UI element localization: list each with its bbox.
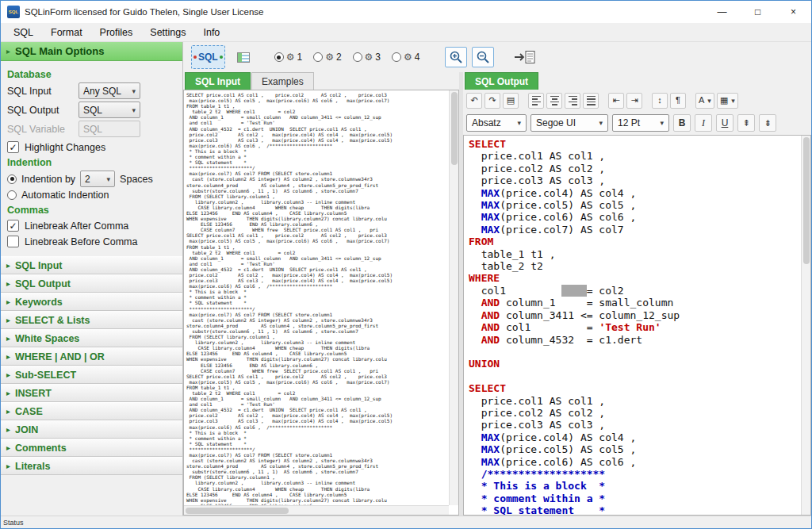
sql-input-select[interactable]: Any SQL ▾ [79,82,140,99]
line-spacing-button[interactable]: ↕ [652,93,668,109]
sidebar-section-sql-input[interactable]: ▸SQL Input [1,256,182,274]
maximize-button[interactable]: □ [740,1,776,23]
input-horizontal-scrollbar[interactable] [184,505,449,515]
sql-variable-row: SQL Variable SQL [7,121,176,137]
font-size-select[interactable]: 12 Pt ▾ [612,114,669,132]
font-extra-buttons: ⇞⇟ [737,114,776,132]
linebreak-after-comma-checkbox[interactable]: ✓ Linebreak After Comma [7,220,176,232]
insert-table-combo[interactable]: ▦▾ [717,93,738,109]
profile-radio-4[interactable]: ⚙4 [392,52,419,63]
align-right-icon [569,96,577,105]
sidebar-section-white-spaces[interactable]: ▸White Spaces [1,329,182,347]
align-center-icon [550,96,559,105]
sidebar-section-keywords[interactable]: ▸Keywords [1,293,182,311]
outdent-button[interactable]: ⇤ [608,93,624,109]
zoom-out-button[interactable] [472,47,494,67]
linebreak-after-comma-label: Linebreak After Comma [25,220,128,232]
tab-sql-output[interactable]: SQL Output [465,72,538,90]
compact-format-button[interactable] [230,45,257,69]
profile-radio-1[interactable]: ⚙1 [274,52,302,63]
superscript-button[interactable]: ⇞ [737,114,755,132]
chevron-right-icon: ▸ [6,297,10,306]
sql-output-value: SQL [83,105,102,116]
justify-button[interactable] [583,93,599,109]
chevron-right-icon: ▸ [6,279,10,288]
chevron-down-icon: ▾ [731,97,735,105]
profile-radio-group: ⚙1⚙2⚙3⚙4 [274,52,420,63]
underline-button[interactable]: U [716,114,733,132]
align-left-button[interactable] [528,93,544,109]
scrollbar-thumb[interactable] [186,508,289,514]
superscript-icon: ⇞ [742,119,749,128]
minimize-button[interactable]: — [704,1,740,23]
paragraph-marks-icon: ¶ [676,96,680,105]
align-center-button[interactable] [546,93,562,109]
outdent-icon: ⇤ [612,96,619,105]
paragraph-style-select[interactable]: Absatz ▾ [466,114,527,132]
menu-profiles[interactable]: Profiles [92,25,141,40]
input-tab-bar: SQL Input Examples [183,72,459,90]
sidebar-section-literals[interactable]: ▸Literals [1,457,182,475]
gear-icon: ⚙ [286,52,295,63]
sql-variable-select: SQL [79,121,140,137]
align-right-button[interactable] [565,93,580,109]
linebreak-before-comma-checkbox[interactable]: Linebreak Before Comma [7,236,176,247]
profile-radio-2[interactable]: ⚙2 [313,52,341,63]
menu-bar: SQL Format Profiles Settings Info [1,23,811,42]
menu-format[interactable]: Format [43,25,90,40]
sidebar-section-insert[interactable]: ▸INSERT [1,384,182,402]
font-family-value: Segoe UI [536,117,576,128]
menu-info[interactable]: Info [195,25,228,40]
bold-button[interactable]: B [673,114,691,132]
scrollbar-thumb[interactable] [451,92,458,165]
font-family-select[interactable]: Segoe UI ▾ [530,114,608,132]
sidebar-section-join[interactable]: ▸JOIN [1,420,182,439]
redo-button[interactable]: ↷ [485,93,500,109]
sidebar-section-where-and-or[interactable]: ▸WHERE | AND | OR [1,347,182,366]
sql-output-select[interactable]: SQL ▾ [79,102,140,118]
paragraph-marks-button[interactable]: ¶ [670,93,686,109]
zoom-in-icon [449,50,463,64]
indent-button[interactable]: ⇥ [626,93,642,109]
menu-sql[interactable]: SQL [6,25,41,40]
main-toolbar: SQL ⚙1⚙2⚙3⚙4 [183,42,811,72]
format-sql-button[interactable]: SQL [191,45,225,69]
font-size-value: 12 Pt [618,117,640,128]
subscript-icon: ⇟ [764,119,771,128]
font-color-combo[interactable]: A▾ [695,93,714,109]
sidebar-section-comments[interactable]: ▸Comments [1,439,182,457]
menu-settings[interactable]: Settings [142,25,193,40]
zoom-in-button[interactable] [445,47,467,67]
radio-icon [353,52,362,62]
highlight-changes-checkbox[interactable]: ✓ Highlight Changes [7,141,176,153]
subscript-button[interactable]: ⇟ [759,114,776,132]
indention-size-select[interactable]: 2 ▾ [80,171,115,187]
automatic-indention-radio[interactable]: Automatic Indention [7,190,176,201]
input-vertical-scrollbar[interactable] [449,90,458,505]
close-button[interactable]: × [776,1,811,23]
section-label: Keywords [15,297,63,308]
undo-button[interactable]: ↶ [466,93,482,109]
sidebar-section-sub-select[interactable]: ▸Sub-SELECT [1,366,182,384]
paste-button[interactable]: ▤ [503,93,519,109]
chevron-down-icon: ▾ [517,119,521,127]
sql-output-text[interactable]: SELECT price.col1 AS col1 , price.col2 A… [464,136,801,515]
output-vertical-scrollbar[interactable] [801,136,810,515]
scrollbar-thumb[interactable] [803,137,810,264]
profile-radio-3[interactable]: ⚙3 [353,52,381,63]
sidebar-header-sql-main-options[interactable]: ▸ SQL Main Options [1,42,182,61]
commas-label: Commas [7,205,176,216]
sidebar-section-case[interactable]: ▸CASE [1,402,182,420]
italic-button[interactable]: I [695,114,712,132]
tab-sql-input[interactable]: SQL Input [185,72,251,90]
section-label: SELECT & Lists [15,315,90,326]
sidebar-section-sql-output[interactable]: ▸SQL Output [1,274,182,293]
output-tab-bar: SQL Output [463,72,811,90]
tab-examples[interactable]: Examples [251,72,314,90]
sidebar-section-select-lists[interactable]: ▸SELECT & Lists [1,311,182,329]
sql-variable-label: SQL Variable [7,124,74,135]
process-button[interactable] [508,47,542,67]
sql-input-text[interactable]: SELECT price.col1 AS col1 , price.col2 A… [184,90,449,505]
insert-table-icon: ▦ [720,96,728,105]
indention-by-radio[interactable] [7,174,17,184]
